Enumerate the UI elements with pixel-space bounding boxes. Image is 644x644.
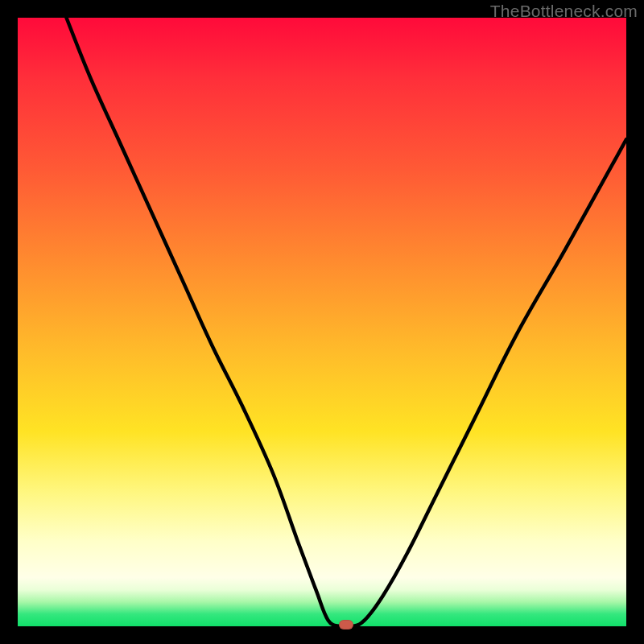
watermark-text: TheBottleneck.com <box>490 2 638 21</box>
minimum-marker <box>339 620 353 630</box>
chart-frame: TheBottleneck.com <box>0 0 644 644</box>
bottleneck-curve <box>18 18 626 626</box>
plot-area <box>18 18 626 626</box>
